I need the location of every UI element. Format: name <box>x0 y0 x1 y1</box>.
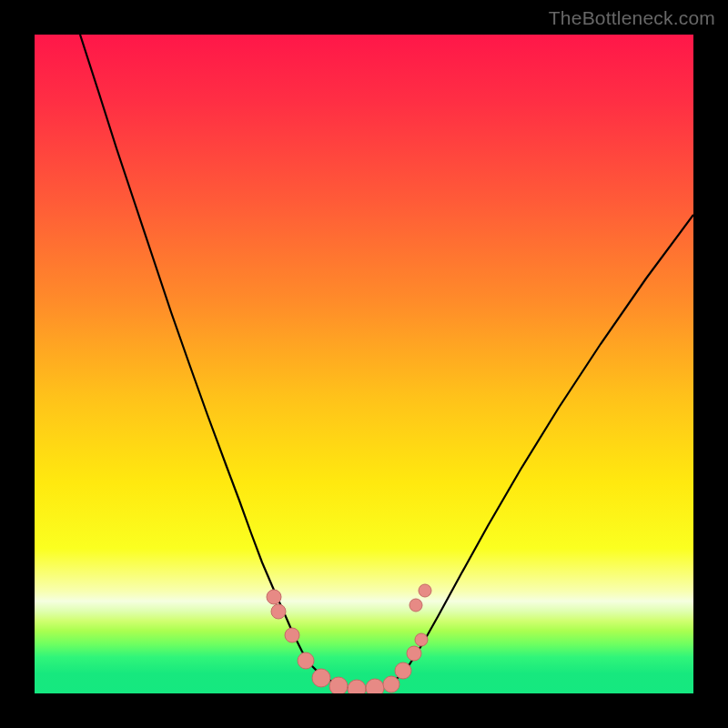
data-point <box>410 599 422 612</box>
chart-frame: TheBottleneck.com <box>0 0 728 728</box>
data-point-markers <box>35 35 693 693</box>
data-point <box>348 680 366 693</box>
data-point <box>271 604 286 619</box>
data-point <box>395 662 411 679</box>
data-point <box>407 646 421 661</box>
data-point <box>366 679 384 693</box>
data-point <box>312 669 330 687</box>
data-point <box>285 628 299 642</box>
plot-area <box>35 35 693 693</box>
data-point <box>415 633 428 646</box>
data-point <box>267 590 281 604</box>
data-point <box>419 584 431 597</box>
data-point <box>329 677 348 693</box>
watermark-text: TheBottleneck.com <box>549 7 715 29</box>
data-point <box>298 652 314 669</box>
data-point <box>383 676 399 693</box>
